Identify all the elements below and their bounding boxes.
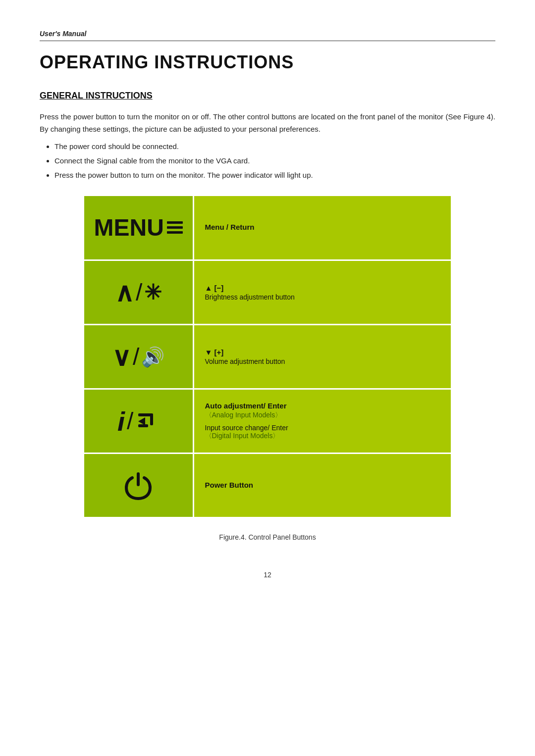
power-desc-main: Power Button <box>205 481 440 489</box>
volume-desc-cell: ▼ [+] Volume adjustment button <box>193 325 451 389</box>
svg-marker-2 <box>138 417 145 425</box>
power-desc-cell: Power Button <box>193 454 451 518</box>
menu-line-1 <box>167 221 183 224</box>
table-row-brightness: ∧ / ✳ ▲ [−] Brightness adjustment button <box>84 260 451 325</box>
control-panel-table: MENU Menu / Return ∧ / <box>84 196 451 519</box>
bullet-1: The power cord should be connected. <box>54 141 495 152</box>
input-desc-sub2: Input source change/ Enter <box>205 424 440 432</box>
svg-rect-3 <box>138 424 148 427</box>
menu-text: MENU <box>94 216 164 240</box>
brightness-desc-cell: ▲ [−] Brightness adjustment button <box>193 260 451 325</box>
menu-line-3 <box>167 231 183 234</box>
volume-button-cell: ∨ / 🔊 <box>84 325 193 389</box>
slash-separator-1: / <box>136 281 142 304</box>
figure-caption: Figure.4. Control Panel Buttons <box>40 533 495 541</box>
input-desc-digital: 〈Digital Input Models〉 <box>205 432 440 441</box>
table-row-volume: ∨ / 🔊 ▼ [+] Volume adjustment button <box>84 325 451 389</box>
power-button-cell <box>84 454 193 518</box>
menu-button-icon: MENU <box>84 196 193 260</box>
bullet-2: Connect the Signal cable from the monito… <box>54 155 495 167</box>
sun-icon: ✳ <box>144 282 161 303</box>
brightness-button-icon: ∧ / ✳ <box>84 261 193 324</box>
input-desc-cell: Auto adjustment/ Enter 〈Analog Input Mod… <box>193 389 451 454</box>
input-desc-analog: 〈Analog Input Models〉 <box>205 411 440 420</box>
enter-icon <box>135 410 159 432</box>
table-row-menu: MENU Menu / Return <box>84 196 451 260</box>
section-title-general: GENERAL INSTRUCTIONS <box>40 91 495 101</box>
page-title: OPERATING INSTRUCTIONS <box>40 52 495 73</box>
menu-line-2 <box>167 226 183 229</box>
input-button-cell: i / <box>84 389 193 454</box>
table-row-input: i / Auto adjustment/ Enter 〈Analog Input… <box>84 389 451 454</box>
header-rule <box>40 41 495 41</box>
volume-button-icon: ∨ / 🔊 <box>84 325 193 388</box>
slash-separator-3: / <box>127 409 133 433</box>
power-icon <box>122 470 154 502</box>
down-caret-icon: ∨ <box>112 344 131 370</box>
bullet-3: Press the power button to turn on the mo… <box>54 169 495 181</box>
svg-rect-0 <box>138 413 152 416</box>
intro-paragraph: Press the power button to turn the monit… <box>40 111 495 136</box>
manual-label: User's Manual <box>40 30 495 38</box>
info-icon: i <box>117 408 125 435</box>
bullet-list: The power cord should be connected. Conn… <box>54 141 495 181</box>
input-button-icon: i / <box>84 390 193 453</box>
table-row-power: Power Button <box>84 454 451 518</box>
page-number: 12 <box>40 571 495 579</box>
volume-desc-sub: Volume adjustment button <box>205 357 440 365</box>
up-caret-icon: ∧ <box>115 280 134 305</box>
brightness-desc-sub: Brightness adjustment button <box>205 293 440 301</box>
menu-desc-main: Menu / Return <box>205 223 440 231</box>
speaker-icon: 🔊 <box>141 348 164 366</box>
menu-lines-icon <box>167 221 183 234</box>
brightness-button-cell: ∧ / ✳ <box>84 260 193 325</box>
menu-desc-cell: Menu / Return <box>193 196 451 260</box>
volume-desc-main: ▼ [+] <box>205 348 440 356</box>
input-desc-main: Auto adjustment/ Enter <box>205 402 440 410</box>
slash-separator-2: / <box>133 345 139 369</box>
power-button-icon <box>84 454 193 517</box>
menu-button-cell: MENU <box>84 196 193 260</box>
svg-rect-1 <box>150 413 153 425</box>
brightness-desc-main: ▲ [−] <box>205 284 440 292</box>
